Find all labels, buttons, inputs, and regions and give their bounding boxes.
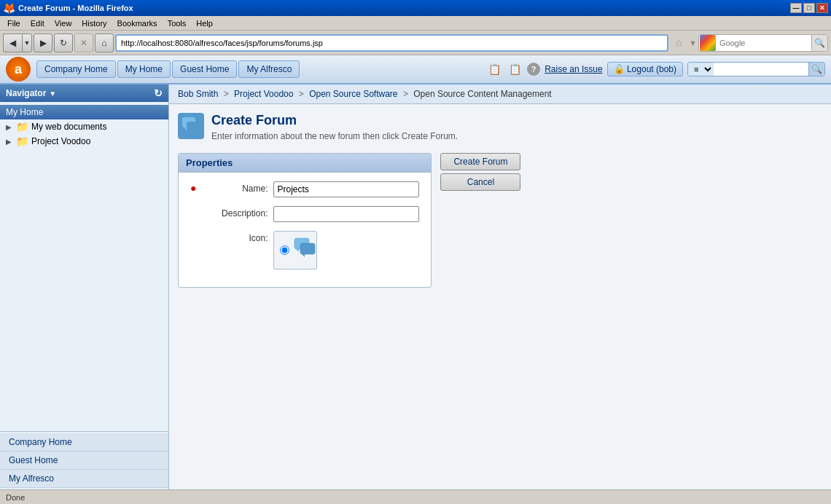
description-input[interactable] xyxy=(273,206,419,222)
sidebar: Navigator ▼ ↻ My Home ▶ 📁 My web documen… xyxy=(0,84,169,489)
icon-row: ● Icon: xyxy=(190,231,419,269)
my-web-documents-label: My web documents xyxy=(31,122,106,132)
sidebar-item-my-home[interactable]: My Home xyxy=(0,105,168,119)
required-indicator: ● xyxy=(190,181,196,194)
properties-header: Properties xyxy=(179,154,431,173)
header-search-input[interactable] xyxy=(714,63,808,76)
cancel-button[interactable]: Cancel xyxy=(440,173,520,191)
stop-button[interactable]: ✕ xyxy=(74,34,93,52)
breadcrumb-project-voodoo[interactable]: Project Voodoo xyxy=(234,89,293,99)
statusbar: Done xyxy=(0,489,831,504)
header-search-button[interactable]: 🔍 xyxy=(808,63,824,76)
google-search-input[interactable] xyxy=(717,35,811,51)
folder-icon: 📁 xyxy=(16,121,28,133)
nav-guest-home[interactable]: Guest Home xyxy=(172,60,237,78)
forward-dropdown[interactable]: ▼ xyxy=(22,34,32,52)
breadcrumb: Bob Smith > Project Voodoo > Open Source… xyxy=(169,84,831,104)
nav-my-home[interactable]: My Home xyxy=(117,60,171,78)
properties-body: ● Name: ● Description: ● xyxy=(179,173,431,287)
minimize-button[interactable]: — xyxy=(790,3,802,13)
content-body: Create Forum Enter information about the… xyxy=(169,104,831,489)
menu-tools[interactable]: Tools xyxy=(163,17,191,29)
sidebar-item-project-voodoo[interactable]: ▶ 📁 Project Voodoo xyxy=(0,134,168,149)
folder-icon-2: 📁 xyxy=(16,135,28,147)
breadcrumb-sep-2: > xyxy=(299,89,306,99)
sidebar-refresh-icon[interactable]: ↻ xyxy=(154,87,163,99)
page-title: Create Forum xyxy=(211,113,458,128)
breadcrumb-open-source-software[interactable]: Open Source Software xyxy=(309,89,397,99)
sidebar-item-my-web-documents[interactable]: ▶ 📁 My web documents xyxy=(0,119,168,134)
close-button[interactable]: ✕ xyxy=(816,3,828,13)
window-title: Create Forum - Mozilla Firefox xyxy=(18,4,133,12)
page-subtitle: Enter information about the new forum th… xyxy=(211,131,458,141)
forum-icon-preview xyxy=(294,237,317,263)
header-nav: Company Home My Home Guest Home My Alfre… xyxy=(36,60,480,78)
status-text: Done xyxy=(6,493,25,502)
firefox-icon: 🦊 xyxy=(3,2,15,14)
description-row: ● Description: xyxy=(190,206,419,222)
back-button[interactable]: ◀ xyxy=(3,34,22,52)
back-forward-group: ◀ ▼ xyxy=(3,34,32,52)
main-layout: Navigator ▼ ↻ My Home ▶ 📁 My web documen… xyxy=(0,84,831,489)
advanced-search-icon[interactable]: 📋 xyxy=(486,61,502,77)
properties-panel: Properties ● Name: ● Description: xyxy=(178,153,432,288)
name-label: Name: xyxy=(202,181,268,194)
page-header: Create Forum Enter information about the… xyxy=(178,113,822,141)
menu-view[interactable]: View xyxy=(50,17,77,29)
nav-company-home[interactable]: Company Home xyxy=(36,60,116,78)
bookmark-star-icon[interactable]: ☆ xyxy=(670,34,687,52)
icon-label: Icon: xyxy=(202,231,268,243)
reload-button[interactable]: ↻ xyxy=(54,34,73,52)
footer-my-alfresco[interactable]: My Alfresco xyxy=(0,470,168,488)
help-icon[interactable]: ? xyxy=(527,63,540,76)
bookmark-arrow[interactable]: ▼ xyxy=(689,39,697,47)
address-bar[interactable] xyxy=(115,34,668,52)
page-title-block: Create Forum Enter information about the… xyxy=(211,113,458,141)
logout-button[interactable]: 🔓 Logout (bob) xyxy=(607,62,683,76)
titlebar: 🦊 Create Forum - Mozilla Firefox — □ ✕ xyxy=(0,0,831,16)
properties-label: Properties xyxy=(186,157,233,168)
menu-file[interactable]: File xyxy=(3,17,25,29)
raise-issue-button[interactable]: Raise an Issue xyxy=(545,64,602,74)
forum-icon-svg-2 xyxy=(294,237,317,258)
header-search-box: ≡ 🔍 xyxy=(687,62,825,76)
nav-my-alfresco[interactable]: My Alfresco xyxy=(238,60,300,78)
my-home-label: My Home xyxy=(6,107,43,117)
sidebar-header: Navigator ▼ ↻ xyxy=(0,84,168,102)
toolbar: ◀ ▼ ▶ ↻ ✕ ⌂ ☆ ▼ 🔍 xyxy=(0,31,831,55)
content-area: Bob Smith > Project Voodoo > Open Source… xyxy=(169,84,831,489)
breadcrumb-bob-smith[interactable]: Bob Smith xyxy=(178,89,218,99)
forward-button[interactable]: ▶ xyxy=(34,34,52,52)
menu-edit[interactable]: Edit xyxy=(26,17,49,29)
tree-arrow-icon-2: ▶ xyxy=(6,138,13,146)
name-input[interactable] xyxy=(273,181,419,197)
name-row: ● Name: xyxy=(190,181,419,197)
footer-guest-home[interactable]: Guest Home xyxy=(0,452,168,470)
menu-history[interactable]: History xyxy=(77,17,111,29)
titlebar-buttons: — □ ✕ xyxy=(790,3,828,13)
icon-radio[interactable] xyxy=(280,245,289,255)
menu-help[interactable]: Help xyxy=(192,17,217,29)
svg-marker-3 xyxy=(188,132,191,135)
home-button[interactable]: ⌂ xyxy=(95,34,114,52)
svg-marker-1 xyxy=(184,127,187,130)
titlebar-left: 🦊 Create Forum - Mozilla Firefox xyxy=(3,2,133,14)
sidebar-footer: Company Home Guest Home My Alfresco xyxy=(0,431,168,489)
google-search-button[interactable]: 🔍 xyxy=(811,35,827,51)
google-search-box: 🔍 xyxy=(698,34,828,52)
my-alfresco-icon[interactable]: 📋 xyxy=(507,61,523,77)
footer-company-home[interactable]: Company Home xyxy=(0,433,168,452)
svg-marker-5 xyxy=(296,249,299,252)
google-icon xyxy=(700,35,716,51)
menu-bookmarks[interactable]: Bookmarks xyxy=(113,17,162,29)
forum-icon-svg xyxy=(181,116,201,136)
maximize-button[interactable]: □ xyxy=(803,3,815,13)
search-type-select[interactable]: ≡ xyxy=(688,63,714,76)
alfresco-logo: a xyxy=(6,57,31,82)
breadcrumb-sep-1: > xyxy=(224,89,231,99)
svg-rect-6 xyxy=(300,243,315,254)
create-forum-button[interactable]: Create Forum xyxy=(440,153,520,170)
navigator-label: Navigator xyxy=(6,88,46,98)
menubar: File Edit View History Bookmarks Tools H… xyxy=(0,16,831,31)
navigator-dropdown-icon[interactable]: ▼ xyxy=(49,90,56,98)
